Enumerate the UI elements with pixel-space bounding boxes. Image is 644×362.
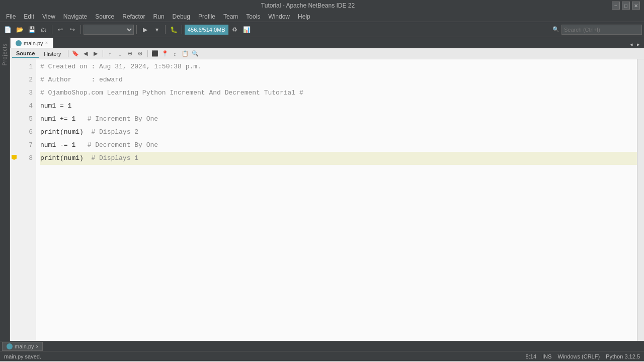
- menu-navigate[interactable]: Navigate: [59, 12, 91, 21]
- editor-container: main.py × ◂ ▸ Source History 🔖 ◀ ▶ ↑ ↓ ⊕…: [10, 37, 644, 341]
- code-content[interactable]: # Created on : Aug 31, 2024, 1:50:38 p.m…: [36, 59, 637, 341]
- source-tab[interactable]: Source: [12, 50, 39, 58]
- etb-btn-2[interactable]: ◀: [81, 49, 90, 58]
- line-num-4: 4: [18, 100, 33, 113]
- menu-bar: File Edit View Navigate Source Refactor …: [0, 11, 644, 22]
- line-num-2: 2: [18, 73, 33, 86]
- etb-btn-3[interactable]: ▶: [91, 49, 100, 58]
- bookmark-icon: [12, 155, 17, 160]
- code-text-8b: # Displays 1: [91, 153, 138, 164]
- toolbar-sep-5: [182, 25, 182, 34]
- etb-btn-12[interactable]: 🔍: [191, 49, 200, 58]
- project-selector[interactable]: [84, 25, 134, 35]
- etb-btn-11[interactable]: 📋: [181, 49, 190, 58]
- tab-bar: main.py × ◂ ▸: [10, 37, 644, 48]
- menu-window[interactable]: Window: [264, 12, 294, 21]
- left-panel: Projects: [0, 37, 10, 341]
- line-num-3: 3: [18, 86, 33, 100]
- bottom-tab-main-py[interactable]: main.py ›: [2, 342, 43, 351]
- menu-source[interactable]: Source: [91, 12, 118, 21]
- redo-button[interactable]: ↪: [67, 24, 78, 35]
- line-num-7: 7: [18, 139, 33, 152]
- code-text-4: num1 = 1: [40, 101, 71, 112]
- etb-btn-6[interactable]: ⊕: [126, 49, 135, 58]
- search-icon: 🔍: [552, 26, 559, 33]
- status-line-ending: Windows (CRLF): [557, 353, 600, 359]
- memory-button[interactable]: 456.6/514.0MB: [185, 25, 228, 35]
- code-text-6b: # Displays 2: [91, 127, 138, 138]
- etb-btn-7[interactable]: ⊗: [136, 49, 145, 58]
- code-text-5a: num1 += 1: [40, 114, 88, 125]
- code-line-2: # Author : edward: [40, 73, 637, 86]
- new-file-button[interactable]: 📄: [2, 24, 13, 35]
- menu-debug[interactable]: Debug: [169, 12, 194, 21]
- gutter-2: [10, 72, 18, 85]
- right-scrollbar[interactable]: [637, 59, 644, 341]
- save-all-button[interactable]: 🗂: [38, 24, 49, 35]
- search-input[interactable]: [561, 25, 642, 35]
- status-left: main.py saved.: [4, 353, 41, 359]
- restore-button[interactable]: □: [622, 2, 630, 10]
- toolbar-sep-3: [136, 25, 137, 34]
- status-bar: main.py saved. 8:14 INS Windows (CRLF) P…: [0, 351, 644, 361]
- code-text-1: # Created on : Aug 31, 2024, 1:50:38 p.m…: [40, 62, 201, 72]
- profile-button[interactable]: 📊: [242, 24, 253, 35]
- line-num-5: 5: [18, 113, 33, 126]
- code-text-3: # OjamboShop.com Learning Python Increme…: [40, 88, 303, 99]
- code-area[interactable]: 1 2 3 4 5 6 7 8 # Created on : Aug 31, 2…: [10, 59, 644, 341]
- code-line-1: # Created on : Aug 31, 2024, 1:50:38 p.m…: [40, 60, 637, 73]
- menu-help[interactable]: Help: [294, 12, 314, 21]
- status-saved-text: main.py saved.: [4, 353, 41, 359]
- menu-run[interactable]: Run: [149, 12, 169, 21]
- line-num-8: 8: [18, 152, 33, 165]
- tab-scroll-right[interactable]: ▸: [635, 41, 642, 48]
- gutter: [10, 59, 18, 341]
- etb-btn-9[interactable]: 📍: [160, 49, 170, 58]
- gutter-6: [10, 125, 18, 138]
- menu-refactor[interactable]: Refactor: [118, 12, 149, 21]
- line-num-6: 6: [18, 126, 33, 139]
- gc-button[interactable]: ♻: [229, 24, 240, 35]
- bottom-tab-bar: main.py ›: [0, 341, 644, 351]
- tab-scroll-left[interactable]: ◂: [628, 41, 635, 48]
- open-file-button[interactable]: 📂: [14, 24, 25, 35]
- code-text-6a: print(num1): [40, 127, 91, 138]
- toolbar: 📄 📂 💾 🗂 ↩ ↪ ▶ ▾ 🐛 456.6/514.0MB ♻ 📊 🔍: [0, 22, 644, 37]
- code-text-5b: # Increment By One: [88, 114, 158, 125]
- line-numbers: 1 2 3 4 5 6 7 8: [18, 59, 36, 341]
- undo-button[interactable]: ↩: [55, 24, 66, 35]
- code-line-4: num1 = 1: [40, 100, 637, 113]
- tab-close-button[interactable]: ×: [45, 40, 48, 46]
- history-tab[interactable]: History: [40, 50, 65, 57]
- save-button[interactable]: 💾: [26, 24, 37, 35]
- title-bar: Tutorial - Apache NetBeans IDE 22 − □ ✕: [0, 0, 644, 11]
- bottom-tab-arrow: ›: [36, 342, 38, 350]
- run-button[interactable]: ▶: [139, 24, 150, 35]
- code-line-8: print(num1) # Displays 1: [40, 152, 637, 165]
- menu-view[interactable]: View: [38, 12, 59, 21]
- code-line-6: print(num1) # Displays 2: [40, 126, 637, 139]
- etb-btn-10[interactable]: ↕: [171, 49, 180, 58]
- status-right: 8:14 INS Windows (CRLF) Python 3.12.5: [526, 353, 640, 359]
- code-text-8a: print(num1): [40, 153, 91, 164]
- debug-button[interactable]: 🐛: [168, 24, 179, 35]
- status-python-version: Python 3.12.5: [606, 353, 640, 359]
- menu-tools[interactable]: Tools: [242, 12, 264, 21]
- code-line-3: # OjamboShop.com Learning Python Increme…: [40, 86, 637, 100]
- status-position: 8:14: [526, 353, 536, 359]
- menu-edit[interactable]: Edit: [20, 12, 38, 21]
- menu-profile[interactable]: Profile: [194, 12, 219, 21]
- etb-btn-1[interactable]: 🔖: [71, 49, 80, 58]
- minimize-button[interactable]: −: [612, 2, 620, 10]
- code-line-5: num1 += 1 # Increment By One: [40, 113, 637, 126]
- menu-file[interactable]: File: [2, 12, 20, 21]
- run-config-button[interactable]: ▾: [151, 24, 163, 35]
- etb-btn-4[interactable]: ↑: [106, 49, 115, 58]
- etb-btn-5[interactable]: ↓: [116, 49, 125, 58]
- editor-toolbar: Source History 🔖 ◀ ▶ ↑ ↓ ⊕ ⊗ ⬛ 📍 ↕ 📋 🔍: [10, 48, 644, 59]
- gutter-7: [10, 138, 18, 151]
- close-button[interactable]: ✕: [632, 2, 640, 10]
- etb-btn-8[interactable]: ⬛: [150, 49, 159, 58]
- menu-team[interactable]: Team: [219, 12, 242, 21]
- tab-main-py[interactable]: main.py ×: [10, 38, 53, 48]
